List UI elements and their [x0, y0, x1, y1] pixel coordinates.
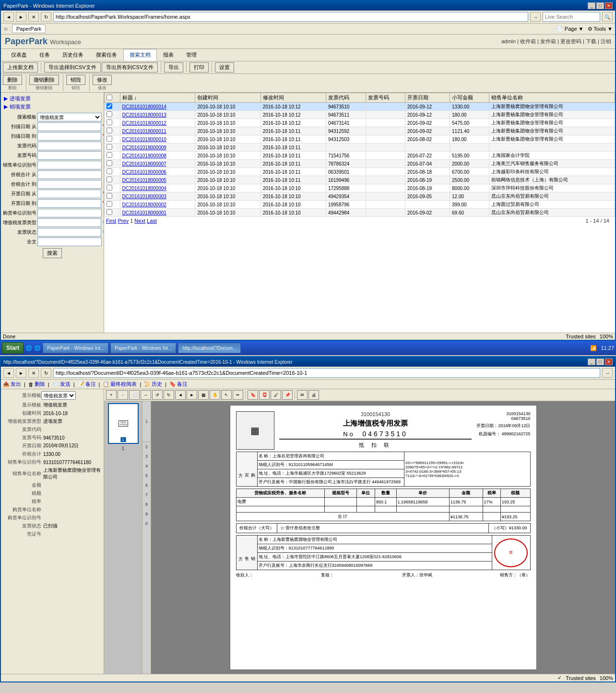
export-selected-csv-btn[interactable]: 导出选择到CSV文件 — [44, 62, 101, 72]
history-label[interactable]: 历史 — [152, 381, 162, 388]
nav-search-tasks[interactable]: 搜索任务 — [90, 49, 123, 61]
settings-btn[interactable]: 设置 — [215, 62, 234, 72]
row-check[interactable] — [105, 168, 120, 176]
tools-button[interactable]: ⚙ Tools ▼ — [588, 26, 613, 32]
scan-from-input[interactable] — [37, 122, 101, 131]
delete-btn[interactable]: 删除 — [3, 75, 22, 85]
bookmark-btn[interactable]: 🔖 — [248, 390, 258, 400]
go-button2[interactable]: → — [602, 368, 613, 378]
thumbnail-1[interactable]: 增值税 专用发票 1 — [108, 403, 139, 444]
row-check[interactable] — [105, 119, 120, 127]
row-check[interactable] — [105, 160, 120, 168]
note2-label[interactable]: 备注 — [177, 381, 188, 388]
row-title[interactable]: DC20161018000002 — [120, 201, 195, 209]
search-button[interactable]: 搜索 — [43, 248, 62, 258]
taskbar-item-paperpark2[interactable]: PaperPark - Windows Int... — [110, 343, 176, 353]
row-title[interactable]: DC20161018000004 — [120, 184, 195, 192]
col-invoice-code[interactable]: 发票代码 — [326, 93, 366, 103]
table-row[interactable]: DC20161018000003 2016-10-18 10:10 2016-1… — [105, 192, 615, 201]
row-title[interactable]: DC20161018000013 — [120, 111, 195, 119]
row-title[interactable]: DC20161018000001 — [120, 209, 195, 217]
table-row[interactable]: DC20161018000014 2016-10-18 10:10 2016-1… — [105, 103, 615, 111]
row-check[interactable] — [105, 127, 120, 135]
table-row[interactable]: DC20161018000012 2016-10-18 10:10 2016-1… — [105, 119, 615, 127]
table-row[interactable]: DC20161018000010 2016-10-18 10:10 2016-1… — [105, 135, 615, 143]
send-label[interactable]: 发送 — [60, 381, 71, 388]
export-all-csv-btn[interactable]: 导出所有到CSV文件 — [102, 62, 158, 72]
first-link[interactable]: First — [106, 218, 116, 224]
row-title[interactable]: DC20161018000011 — [120, 127, 195, 135]
undo-delete-btn[interactable]: 撤销删除 — [29, 75, 59, 85]
vat-type-input[interactable] — [37, 218, 101, 227]
table-row[interactable]: DC20161018000008 2016-10-18 10:10 2016-1… — [105, 152, 615, 160]
refresh-button[interactable]: ↻ — [41, 12, 51, 22]
modify-btn[interactable]: 修改 — [93, 75, 112, 85]
minimize-button[interactable]: _ — [588, 2, 595, 9]
maximize-button2[interactable]: □ — [596, 358, 604, 365]
row-check[interactable] — [105, 201, 120, 209]
row-check[interactable] — [105, 192, 120, 201]
address-input[interactable] — [53, 12, 528, 22]
template-select[interactable]: 增值税发票 — [37, 113, 102, 121]
table-row[interactable]: DC20161018000011 2016-10-18 10:10 2016-1… — [105, 127, 615, 135]
note-label[interactable]: 备注 — [85, 381, 96, 388]
page-button[interactable]: 📄 Page ▼ — [557, 26, 584, 32]
back-button2[interactable]: ◄ — [3, 368, 14, 378]
open-from-input[interactable] — [37, 190, 101, 198]
table-row[interactable]: DC20161018000005 2016-10-18 10:10 2016-1… — [105, 176, 615, 184]
taskbar-item-doc[interactable]: http://localhost/?Docum... — [178, 343, 241, 353]
print-btn[interactable]: 打印 — [190, 62, 209, 72]
back-button[interactable]: ◄ — [3, 12, 14, 22]
search-go-button[interactable]: 🔍 — [602, 12, 613, 22]
nav-tasks[interactable]: 任务 — [33, 49, 56, 61]
col-invoice-no[interactable]: 发票号码 — [366, 93, 405, 103]
open-to-input[interactable] — [37, 199, 101, 208]
fulltext-input[interactable] — [37, 238, 102, 246]
zoom-in-btn[interactable]: + — [106, 390, 117, 400]
row-title[interactable]: DC20161018000005 — [120, 176, 195, 184]
row-check[interactable] — [105, 209, 120, 217]
row-check[interactable] — [105, 103, 120, 111]
annotate-btn[interactable]: ✏ — [233, 390, 243, 400]
display-template-select[interactable]: 增值税发票 — [41, 391, 76, 400]
upload-btn[interactable]: 上传新文档 — [3, 62, 38, 72]
row-title[interactable]: DC20161018000007 — [120, 160, 195, 168]
row-title[interactable]: DC20161018000006 — [120, 168, 195, 176]
nav-incoming-invoice[interactable]: ▶ 进项发票 — [3, 95, 102, 103]
prev-page-btn[interactable]: ◄ — [175, 390, 186, 400]
nav-admin[interactable]: 管理 — [180, 49, 203, 61]
zoom-out-btn[interactable]: - — [118, 390, 128, 400]
prev-link[interactable]: Prev — [118, 218, 129, 224]
fit-width-btn[interactable]: ↔ — [141, 390, 151, 400]
rotate-left-btn[interactable]: ↺ — [152, 390, 163, 400]
go-button[interactable]: → — [530, 12, 541, 22]
start-button[interactable]: Start — [2, 342, 24, 354]
table-row[interactable]: DC20161018000001 2016-10-18 10:10 2016-1… — [105, 209, 615, 217]
close-button[interactable]: ✕ — [605, 2, 613, 9]
stop-button2[interactable]: ✕ — [28, 368, 39, 378]
print-doc-btn[interactable]: 🖨 — [308, 390, 319, 400]
col-company[interactable]: 销售单位名称 — [489, 93, 615, 103]
maximize-button[interactable]: □ — [596, 2, 604, 9]
taskbar-item-paperpark1[interactable]: PaperPark - Windows Int... — [43, 343, 108, 353]
thumbnail-btn[interactable]: ▦ — [198, 390, 209, 400]
rotate-right-btn[interactable]: ↻ — [164, 390, 174, 400]
row-check[interactable] — [105, 176, 120, 184]
table-row[interactable]: DC20161018000004 2016-10-18 10:10 2016-1… — [105, 184, 615, 192]
price-to-input[interactable] — [37, 180, 102, 189]
row-check[interactable] — [105, 152, 120, 160]
row-title[interactable]: DC20161018000012 — [120, 119, 195, 127]
seller-id-input[interactable] — [37, 161, 102, 169]
select-btn[interactable]: ↖ — [221, 390, 232, 400]
col-created[interactable]: 创建时间 — [195, 93, 261, 103]
invoice-code-input[interactable] — [37, 142, 102, 150]
scan-to-input[interactable] — [37, 132, 101, 141]
nav-search-docs[interactable]: 搜索文档 — [123, 49, 157, 61]
table-row[interactable]: DC20161018000013 2016-10-18 10:10 2016-1… — [105, 111, 615, 119]
row-check[interactable] — [105, 184, 120, 192]
forward-button[interactable]: ► — [16, 12, 26, 22]
table-row[interactable]: DC20161018000007 2016-10-18 10:10 2016-1… — [105, 160, 615, 168]
row-title[interactable]: DC20161018000003 — [120, 192, 195, 201]
nav-outgoing-invoice[interactable]: ▶ 销项发票 — [3, 103, 102, 111]
table-row[interactable]: DC20161018000009 2016-10-18 10:10 2016-1… — [105, 143, 615, 152]
